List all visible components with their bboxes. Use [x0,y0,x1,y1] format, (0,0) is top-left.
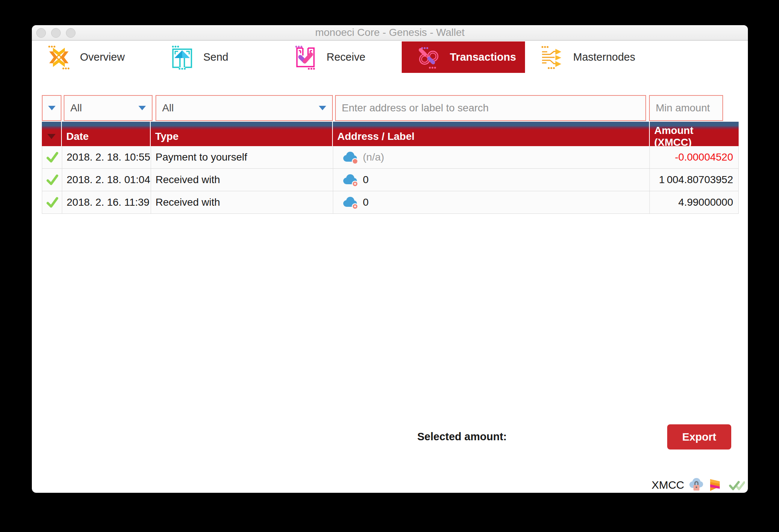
header-type-column[interactable]: Type [151,122,333,146]
address-cell: 0 [333,191,650,213]
header-amount-column[interactable]: Amount (XMCC) [650,122,739,146]
address-cell: (n/a) [333,146,650,168]
tab-bar: Overview Send [32,41,748,73]
cloud-address-icon [341,150,358,164]
tab-label: Masternodes [573,51,635,63]
type-filter-value: All [162,102,174,114]
screen-background: monoeci Core - Genesis - Wallet Overview [0,0,779,532]
date-filter-dropdown[interactable]: All [64,95,153,121]
amount-cell: 1 004.80703952 [650,169,738,191]
min-amount-field-box [649,95,723,121]
selected-amount-label: Selected amount: [417,431,507,443]
unit-label: XMCC [652,479,684,491]
tab-label: Overview [80,51,125,63]
overview-icon [47,45,71,70]
tab-label: Transactions [450,51,516,63]
masternodes-icon [540,45,564,70]
confirmed-check-icon [45,172,60,187]
receive-icon [293,45,318,70]
header-date-column[interactable]: Date [62,122,151,146]
address-cell: 0 [333,169,650,191]
address-label: 0 [363,174,369,186]
cloud-download-address-icon [341,195,358,209]
table-row[interactable]: 2018. 2. 16. 11:39 Received with 0 4.990… [42,191,738,214]
status-bar: XMCC [652,476,745,493]
connection-double-check-icon [727,478,745,492]
chevron-down-icon [319,106,326,110]
tab-masternodes[interactable]: Masternodes [525,41,648,73]
send-icon [170,45,194,70]
cloud-download-address-icon [341,173,358,187]
tab-receive[interactable]: Receive [278,41,402,73]
chevron-down-icon [48,106,56,110]
confirmed-check-icon [45,150,60,165]
chevron-down-icon [138,106,146,110]
tab-send[interactable]: Send [155,41,278,73]
sort-descending-icon [47,134,56,139]
type-filter-dropdown[interactable]: All [156,95,333,121]
encryption-cloud-lock-icon [688,477,705,493]
tab-overview[interactable]: Overview [32,41,155,73]
watch-only-filter-dropdown[interactable] [42,95,61,121]
transactions-table-header: Date Type Address / Label Amount (XMCC) [42,122,739,146]
min-amount-input[interactable] [650,96,722,120]
export-button[interactable]: Export [667,424,731,449]
search-field-box [335,95,646,121]
amount-cell: -0.00004520 [650,146,738,168]
tab-transactions[interactable]: Transactions [402,41,525,73]
search-input[interactable] [336,96,645,120]
confirmed-check-icon [45,195,60,210]
address-label: 0 [363,196,369,208]
type-cell: Received with [151,169,333,191]
title-bar[interactable]: monoeci Core - Genesis - Wallet [32,25,748,41]
date-cell: 2018. 2. 18. 01:04 [62,169,151,191]
address-label: (n/a) [363,151,384,163]
tab-label: Send [203,51,228,63]
date-cell: 2018. 2. 16. 11:39 [62,191,151,213]
transactions-table-body: 2018. 2. 18. 10:55 Payment to yourself (… [42,146,739,214]
header-status-column[interactable] [42,122,62,146]
amount-cell: 4.99000000 [650,191,738,213]
table-row[interactable]: 2018. 2. 18. 01:04 Received with 0 1 004… [42,169,738,191]
status-cell [42,169,62,191]
status-cell [42,191,62,213]
hd-wallet-status-icon [708,477,721,493]
transactions-icon [417,45,441,70]
header-address-column[interactable]: Address / Label [333,122,650,146]
date-filter-value: All [70,102,82,114]
type-cell: Received with [151,191,333,213]
tab-label: Receive [327,51,365,63]
date-cell: 2018. 2. 18. 10:55 [62,146,151,168]
window-title: monoeci Core - Genesis - Wallet [32,25,748,41]
type-cell: Payment to yourself [151,146,333,168]
wallet-window: monoeci Core - Genesis - Wallet Overview [32,25,748,493]
table-row[interactable]: 2018. 2. 18. 10:55 Payment to yourself (… [42,146,738,169]
status-cell [42,146,62,168]
